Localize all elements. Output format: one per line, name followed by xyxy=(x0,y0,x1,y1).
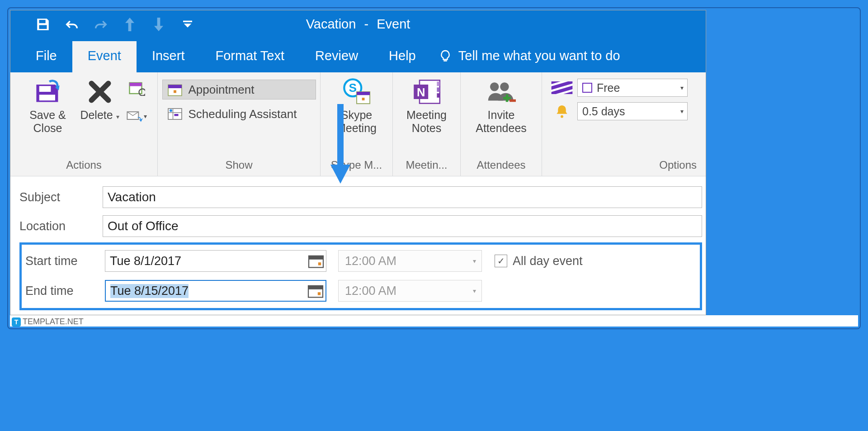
location-input[interactable] xyxy=(103,215,702,237)
tab-review[interactable]: Review xyxy=(300,41,373,72)
end-time-dropdown[interactable]: 12:00 AM ▾ xyxy=(338,280,482,302)
svg-rect-31 xyxy=(509,99,516,102)
title-bar: Vacation - Event xyxy=(10,10,706,38)
ribbon-group-options: Free ▾ 0.5 days ▾ Optio xyxy=(542,72,706,176)
subject-row: Subject xyxy=(19,186,702,208)
tab-bar: File Event Insert Format Text Review Hel… xyxy=(10,38,706,72)
svg-rect-39 xyxy=(308,286,323,289)
location-row: Location xyxy=(19,215,702,237)
svg-point-28 xyxy=(500,82,509,91)
up-arrow-icon[interactable] xyxy=(122,17,137,32)
event-window: Vacation - Event File Event Insert Forma… xyxy=(10,10,706,315)
delete-icon xyxy=(85,78,114,106)
reminder-bell-icon xyxy=(551,105,573,118)
show-as-dropdown[interactable]: Free ▾ xyxy=(577,79,688,97)
svg-rect-5 xyxy=(129,83,142,86)
appointment-label: Appointment xyxy=(189,83,255,97)
qat-customize-icon[interactable] xyxy=(180,17,195,32)
tell-me-search[interactable]: Tell me what you want to do xyxy=(431,41,629,72)
quick-access-toolbar xyxy=(10,17,195,32)
start-time-label: Start time xyxy=(25,254,105,268)
undo-icon[interactable] xyxy=(64,17,80,32)
scheduling-assistant-button[interactable]: Scheduling Assistant xyxy=(162,104,316,124)
attendees-label: Invite Attendees xyxy=(465,109,538,135)
svg-rect-9 xyxy=(168,85,182,89)
all-day-checkbox[interactable]: ✓ All day event xyxy=(495,254,583,268)
svg-text:N: N xyxy=(416,86,425,99)
svg-rect-0 xyxy=(43,20,45,23)
invite-attendees-button[interactable]: Invite Attendees xyxy=(465,75,538,135)
svg-point-33 xyxy=(561,115,563,118)
redo-icon[interactable] xyxy=(93,17,108,32)
actions-group-label: Actions xyxy=(10,156,157,176)
tab-insert[interactable]: Insert xyxy=(137,41,200,72)
appointment-icon xyxy=(167,82,183,97)
title-type: Event xyxy=(377,17,410,31)
end-time-value: 12:00 AM xyxy=(345,284,396,298)
delete-label: Delete ▾ xyxy=(80,109,119,122)
svg-rect-30 xyxy=(503,97,511,99)
show-as-value: Free xyxy=(597,81,620,95)
start-time-row: Start time Tue 8/1/2017 12:00 AM ▾ ✓ All… xyxy=(25,250,687,272)
actions-small-buttons: ▾ xyxy=(127,75,147,127)
calendar-icon xyxy=(307,284,324,298)
lightbulb-icon xyxy=(439,49,452,63)
tab-file[interactable]: File xyxy=(20,41,72,72)
svg-rect-2 xyxy=(39,86,51,92)
end-date-picker[interactable]: Tue 8/15/2017 xyxy=(105,280,326,302)
meeting-notes-group-label: Meetin... xyxy=(393,156,460,176)
svg-point-27 xyxy=(490,82,498,91)
window-title: Vacation - Event xyxy=(306,17,410,32)
svg-rect-15 xyxy=(174,114,178,116)
start-time-value: 12:00 AM xyxy=(345,254,396,268)
svg-line-7 xyxy=(144,95,145,96)
svg-rect-20 xyxy=(362,98,364,100)
save-icon[interactable] xyxy=(35,17,51,32)
watermark: T TEMPLATE.NET xyxy=(10,315,858,327)
svg-rect-3 xyxy=(39,95,55,100)
svg-text:S: S xyxy=(349,81,356,95)
forward-button[interactable]: ▾ xyxy=(127,106,147,127)
svg-rect-10 xyxy=(174,90,176,93)
tab-event[interactable]: Event xyxy=(72,41,137,72)
down-arrow-icon[interactable] xyxy=(151,17,166,32)
show-group-label: Show xyxy=(158,156,320,176)
dropdown-caret-icon: ▾ xyxy=(680,84,684,91)
tab-format-text[interactable]: Format Text xyxy=(200,41,300,72)
watermark-badge-icon: T xyxy=(12,317,21,327)
svg-rect-23 xyxy=(437,87,439,92)
title-separator: - xyxy=(364,17,368,31)
save-close-button[interactable]: Save & Close xyxy=(21,75,75,135)
end-date-value: Tue 8/15/2017 xyxy=(110,284,189,298)
dropdown-caret-icon: ▾ xyxy=(473,257,476,265)
free-status-icon xyxy=(582,83,592,93)
reminder-dropdown[interactable]: 0.5 days ▾ xyxy=(577,102,688,120)
subject-input[interactable] xyxy=(103,186,702,208)
dropdown-caret-icon: ▾ xyxy=(473,287,476,294)
skype-icon: S xyxy=(342,78,371,106)
svg-rect-22 xyxy=(437,82,439,86)
attendees-icon xyxy=(487,78,516,106)
scheduling-icon xyxy=(167,107,183,121)
save-close-icon xyxy=(33,78,62,106)
time-highlight-frame: Start time Tue 8/1/2017 12:00 AM ▾ ✓ All… xyxy=(19,242,702,310)
calendar-peek-button[interactable] xyxy=(127,78,147,99)
skype-meeting-button[interactable]: S Skype Meeting xyxy=(325,75,388,135)
svg-rect-36 xyxy=(309,256,323,260)
meeting-notes-label: Meeting Notes xyxy=(397,109,456,135)
start-date-picker[interactable]: Tue 8/1/2017 xyxy=(105,250,326,272)
scheduling-label: Scheduling Assistant xyxy=(189,107,297,121)
ribbon-group-show: Appointment Scheduling Assistant Show xyxy=(158,72,321,176)
svg-rect-19 xyxy=(357,92,370,95)
start-date-value: Tue 8/1/2017 xyxy=(110,254,181,268)
appointment-button[interactable]: Appointment xyxy=(162,80,316,99)
delete-button[interactable]: Delete ▾ xyxy=(75,75,125,122)
options-group-label: Options xyxy=(542,156,706,176)
tab-help[interactable]: Help xyxy=(373,41,431,72)
ribbon: Save & Close Delete ▾ ▾ xyxy=(10,72,706,176)
svg-rect-37 xyxy=(318,262,321,265)
onenote-icon: N xyxy=(412,78,441,106)
meeting-notes-button[interactable]: N Meeting Notes xyxy=(397,75,456,135)
ribbon-group-meeting-notes: N Meeting Notes Meetin... xyxy=(393,72,461,176)
start-time-dropdown[interactable]: 12:00 AM ▾ xyxy=(338,250,482,272)
